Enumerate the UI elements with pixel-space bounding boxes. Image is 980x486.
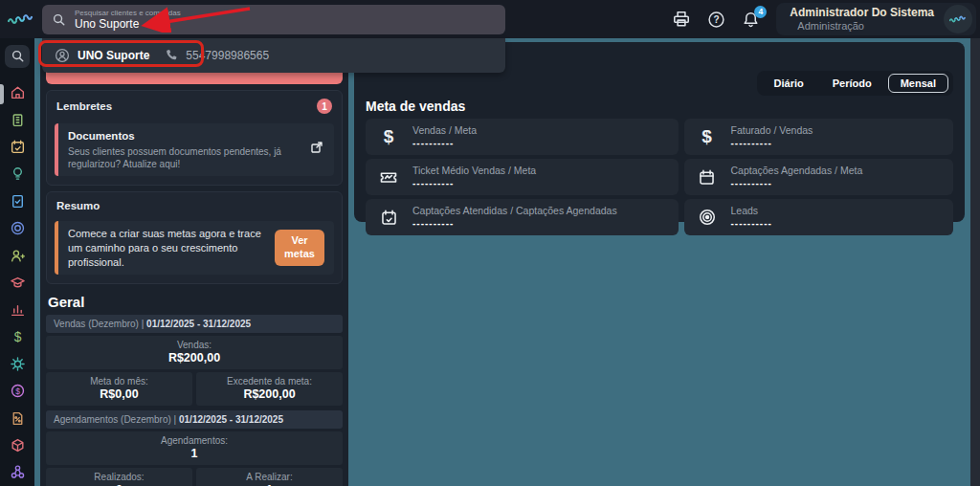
sidebar-item-reports[interactable] [0,297,34,323]
graduation-cap-icon [10,275,26,291]
sidebar-item-target[interactable] [0,215,34,242]
stat-label: Excedente da meta: [200,376,339,387]
reminder-item-documentos[interactable]: Documentos Seus clientes possuem documen… [55,123,334,176]
stat-value: 1 [50,447,339,460]
sidebar-item-users[interactable] [0,242,34,269]
sidebar-search-button[interactable] [5,45,30,68]
resumo-title: Resumo [56,200,100,211]
tab-periodo[interactable]: Período [820,74,884,93]
reminder-title: Documentos [68,129,300,144]
help-button[interactable]: ? [707,11,725,29]
stat-meta-mes: Meta do mês: R$0,00 [46,372,192,406]
section-dates: 01/12/2025 - 31/12/2025 [146,319,251,329]
meta-panel-title: Meta de vendas [366,99,953,114]
metric-label: Ticket Médio Vendas / Meta [412,165,536,178]
stat-row: Realizados: 0 A Realizar: 1 [46,465,343,486]
tab-diario[interactable]: Diário [762,74,816,93]
resumo-header: Resumo [47,192,342,219]
stat-a-realizar: A Realizar: 1 [196,468,343,486]
metric-placeholder: ---------- [412,137,477,149]
lightbulb-icon [10,166,26,182]
metric-placeholder: ---------- [731,177,863,189]
section-label: Agendamentos (Dezembro) | [54,414,179,425]
stat-label: Vendas: [50,340,339,350]
sidebar-item-training[interactable] [0,269,34,296]
metric-label: Faturado / Vendas [731,124,813,138]
user-role: Administração [790,20,934,33]
metric-texts: Captações Agendadas / Meta ---------- [731,165,863,190]
metric-vendas-meta: $ Vendas / Meta ---------- [366,119,679,155]
metric-captacoes-agendadas: Captações Agendadas / Meta ---------- [684,159,953,195]
metric-label: Vendas / Meta [412,124,477,138]
sidebar-item-documents[interactable] [0,405,34,431]
metric-leads: Leads ---------- [684,199,953,235]
sidebar: $ $ [0,38,34,486]
metric-texts: Vendas / Meta ---------- [412,124,477,150]
stat-label: Realizados: [50,472,189,482]
topbar-actions: ? 4 Administrador Do Sistema Administraç… [672,0,976,38]
svg-text:$: $ [13,329,21,344]
metric-faturado-vendas: $ Faturado / Vendas ---------- [684,119,953,155]
printer-icon [672,10,691,29]
network-icon [10,464,26,480]
tab-mensal[interactable]: Mensal [888,74,948,93]
sidebar-item-automation[interactable] [0,350,34,377]
notification-count-badge: 4 [754,6,767,18]
lembretes-header: Lembretes 1 [47,91,342,122]
notifications-button[interactable]: 4 [742,11,760,29]
main-content: Lembretes 1 Documentos Seus clientes pos… [34,38,980,486]
section-header-agendamentos: Agendamentos (Dezembro) | 01/12/2025 - 3… [46,410,343,429]
metric-label: Leads [731,205,772,218]
brand-avatar-icon [949,14,967,24]
sidebar-item-finance[interactable]: $ [0,378,34,405]
printer-button[interactable] [672,10,691,29]
metric-placeholder: ---------- [412,177,536,189]
search-input[interactable]: Pesquisar clientes e comandas Uno Suport… [42,5,505,34]
section-label: Vendas (Dezembro) | [54,319,146,329]
metric-placeholder: ---------- [731,217,772,230]
sidebar-item-calendar[interactable] [0,133,34,160]
calendar-check-icon [10,139,26,155]
metric-texts: Ticket Médio Vendas / Meta ---------- [412,165,536,190]
metric-label: Captações Atendidas / Captações Agendada… [412,205,617,218]
sidebar-item-products[interactable] [0,431,34,458]
sidebar-item-building[interactable] [0,106,34,133]
section-header-vendas: Vendas (Dezembro) | 01/12/2025 - 31/12/2… [46,315,343,333]
building-icon [10,112,26,128]
annotation-highlight-box [38,40,204,67]
metric-placeholder: ---------- [412,217,617,230]
target-icon [696,208,719,227]
gear-icon [10,356,26,372]
sidebar-item-book[interactable] [0,188,34,214]
sidebar-item-lightbulb[interactable] [0,161,34,188]
sidebar-item-sales[interactable]: $ [0,323,34,350]
bar-chart-icon [10,301,26,318]
box-icon [10,437,26,453]
avatar[interactable] [944,5,972,33]
dollar-icon: $ [377,126,400,147]
stat-value: R$200,00 [50,351,339,364]
resumo-card: Resumo Comece a criar suas metas agora e… [46,191,343,285]
metric-texts: Leads ---------- [731,205,772,231]
svg-text:$: $ [15,387,20,396]
calendar-check-icon [377,209,400,227]
lembretes-card: Lembretes 1 Documentos Seus clientes pos… [46,90,343,186]
sidebar-item-network[interactable] [0,459,34,486]
external-link-icon [309,140,324,155]
brand-logo-icon [8,12,34,26]
metric-ticket-medio: Ticket Médio Vendas / Meta ---------- [366,159,679,195]
sidebar-item-home[interactable] [0,79,34,106]
scrollbar[interactable] [970,38,980,486]
stat-value: R$0,00 [50,387,189,401]
open-external-button[interactable] [309,140,324,159]
svg-text:?: ? [714,14,720,25]
lembretes-title: Lembretes [56,100,112,112]
summary-panel: Lembretes 1 Documentos Seus clientes pos… [40,42,348,486]
ver-metas-button[interactable]: Ver metas [275,230,324,266]
metric-placeholder: ---------- [731,137,813,149]
stat-vendas: Vendas: R$200,00 [46,336,343,369]
geral-title: Geral [48,294,341,310]
coin-dollar-icon: $ [10,383,26,399]
user-menu[interactable]: Administrador Do Sistema Administração [776,3,976,35]
stat-excedente: Excedente da meta: R$200,00 [196,372,343,406]
